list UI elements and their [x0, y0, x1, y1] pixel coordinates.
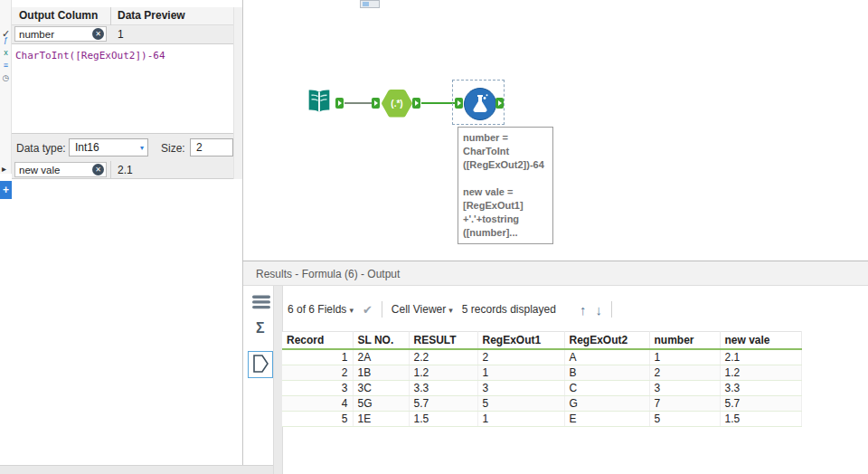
add-expression-button[interactable]: + — [0, 181, 12, 199]
formula-tool[interactable] — [463, 87, 497, 124]
cell[interactable]: 5 — [282, 412, 353, 427]
cell[interactable]: 2 — [477, 349, 564, 365]
cell[interactable]: E — [564, 412, 649, 427]
cell-viewer-dropdown[interactable]: Cell Viewer▾ — [392, 303, 453, 316]
cell[interactable]: 5 — [477, 396, 564, 412]
cell[interactable]: A — [564, 349, 649, 365]
annotation-line: new vale = — [463, 185, 548, 199]
cell[interactable]: 1.2 — [720, 365, 801, 381]
regex-label: (.*) — [391, 99, 402, 109]
col-header-result[interactable]: RESULT — [409, 332, 477, 350]
results-title: Results - Formula (6) - Output — [256, 268, 400, 280]
cell[interactable]: 5G — [353, 396, 409, 412]
recent-icon[interactable]: ◷ — [1, 72, 11, 83]
col-header-newvale[interactable]: new vale — [720, 332, 801, 350]
expression-editor[interactable]: CharToInt([RegExOut2])-64 — [12, 43, 233, 134]
chevron-down-icon: ▾ — [349, 306, 354, 315]
cell[interactable]: 3C — [353, 381, 409, 396]
cell[interactable]: 3.3 — [409, 381, 477, 396]
table-row[interactable]: 2 1B 1.2 1 B 2 1.2 — [282, 365, 801, 381]
constants-icon[interactable]: ≡ — [1, 60, 11, 71]
column-divider — [110, 161, 111, 179]
col-header-regexout2[interactable]: RegExOut2 — [564, 332, 649, 350]
col-header-number[interactable]: number — [649, 332, 720, 350]
annotation-line: [RegExOut1] — [463, 199, 548, 213]
size-label: Size: — [161, 142, 185, 155]
expression-row-new-vale[interactable]: new vale ✕ 2.1 — [12, 161, 233, 179]
cell[interactable]: 1.5 — [409, 412, 477, 427]
cell[interactable]: 4 — [282, 396, 353, 412]
columns-icon[interactable]: x — [1, 47, 11, 58]
cell[interactable]: 3 — [477, 381, 564, 396]
arrow-down-icon[interactable]: ↓ — [595, 302, 602, 318]
output-anchor[interactable] — [335, 98, 344, 109]
results-toolbar: 6 of 6 Fields▾ ✔ Cell Viewer▾ 5 records … — [288, 299, 612, 320]
cell[interactable]: 7 — [649, 396, 720, 412]
cell[interactable]: 1.5 — [720, 412, 801, 427]
input-anchor[interactable] — [455, 98, 463, 109]
cell[interactable]: 2.2 — [409, 349, 477, 365]
cell[interactable]: 2 — [649, 365, 720, 381]
metadata-view-icon[interactable]: Σ — [256, 320, 265, 337]
data-type-row: Data type: Int16 ▾ Size: 2 — [12, 134, 233, 161]
status-bar-fragment — [0, 465, 273, 474]
output-column-input[interactable]: new vale ✕ — [14, 162, 107, 177]
table-view-icon[interactable] — [252, 295, 270, 312]
config-scrollbar[interactable] — [233, 7, 242, 179]
cell[interactable]: 3.3 — [720, 381, 801, 396]
chevron-down-icon: ▾ — [140, 144, 144, 152]
table-row[interactable]: 4 5G 5.7 5 G 7 5.7 — [282, 396, 801, 412]
col-header-regexout1[interactable]: RegExOut1 — [477, 332, 564, 350]
data-type-dropdown[interactable]: Int16 ▾ — [69, 138, 148, 156]
cell[interactable]: C — [564, 381, 649, 396]
fields-dropdown-label: 6 of 6 Fields — [288, 303, 346, 316]
output-column-name: new vale — [19, 165, 60, 175]
cell[interactable]: 1 — [282, 349, 353, 365]
cell[interactable]: 2A — [353, 349, 409, 365]
output-column-header: Output Column — [19, 9, 98, 22]
cell[interactable]: 2 — [282, 365, 353, 381]
data-type-label: Data type: — [16, 142, 66, 155]
output-column-name: number — [19, 29, 54, 40]
output-column-input[interactable]: number ✕ — [14, 26, 107, 42]
cell[interactable]: 1.2 — [409, 365, 477, 381]
formula-flask-icon — [463, 111, 497, 124]
cell[interactable]: 5.7 — [720, 396, 801, 412]
cell[interactable]: 3 — [649, 381, 720, 396]
size-input[interactable]: 2 — [190, 138, 233, 156]
table-row[interactable]: 1 2A 2.2 2 A 1 2.1 — [282, 349, 801, 365]
input-anchor[interactable] — [372, 98, 380, 109]
panel-divider[interactable] — [242, 0, 243, 474]
text-input-tool[interactable] — [304, 87, 335, 120]
output-anchor[interactable] — [495, 98, 504, 109]
cell[interactable]: 5 — [649, 412, 720, 427]
tag-icon — [251, 354, 269, 376]
connection-line-active[interactable] — [421, 102, 455, 104]
apply-check-icon[interactable]: ✔ — [363, 303, 373, 317]
col-header-record[interactable]: Record — [282, 332, 353, 350]
cell[interactable]: 5.7 — [409, 396, 477, 412]
cell[interactable]: G — [564, 396, 649, 412]
cell[interactable]: 1B — [353, 365, 409, 381]
cell[interactable]: 1 — [477, 412, 564, 427]
col-header-slno[interactable]: SL NO. — [353, 332, 409, 350]
annotation-line: CharToInt — [463, 145, 548, 158]
remove-column-icon[interactable]: ✕ — [92, 164, 104, 175]
cell[interactable]: 2.1 — [720, 349, 801, 365]
table-row[interactable]: 3 3C 3.3 3 C 3 3.3 — [282, 381, 801, 396]
cell[interactable]: 1E — [353, 412, 409, 427]
fields-dropdown[interactable]: 6 of 6 Fields▾ — [288, 303, 354, 316]
chevron-down-icon: ▾ — [448, 306, 453, 315]
cell[interactable]: 1 — [649, 349, 720, 365]
output-anchor[interactable] — [412, 98, 420, 109]
connection-line[interactable] — [344, 102, 374, 104]
table-row[interactable]: 5 1E 1.5 1 E 5 1.5 — [282, 412, 801, 427]
remove-column-icon[interactable]: ✕ — [92, 28, 104, 40]
cell[interactable]: 3 — [282, 381, 353, 396]
profile-view-icon-selected[interactable] — [248, 351, 273, 378]
expression-row-number[interactable]: number ✕ 1 — [12, 25, 233, 43]
arrow-up-icon[interactable]: ↑ — [580, 302, 587, 318]
cell[interactable]: B — [564, 365, 649, 381]
cell[interactable]: 1 — [477, 365, 564, 381]
regex-tool[interactable]: (.*) — [381, 89, 413, 120]
